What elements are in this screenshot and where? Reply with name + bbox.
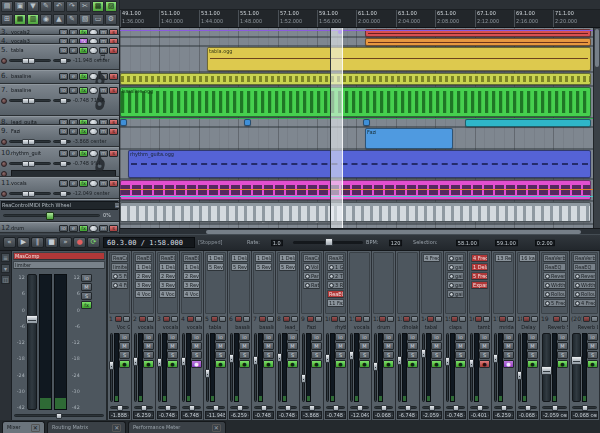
knob-icon[interactable] bbox=[305, 274, 310, 279]
param-knob-slot[interactable]: 5 FreqDel 60 bbox=[543, 299, 566, 307]
strip-fx-button[interactable]: ● bbox=[587, 360, 598, 368]
param-knob-slot[interactable]: gain 10 bbox=[447, 263, 464, 271]
strip-fader[interactable] bbox=[230, 333, 233, 402]
strip-pan-handle[interactable] bbox=[117, 405, 123, 411]
master-solo-button[interactable]: S bbox=[81, 292, 92, 300]
strip-solo-button[interactable]: S bbox=[215, 351, 226, 359]
param-knob-slot[interactable]: gain 6 bbox=[447, 281, 464, 289]
knob-icon[interactable] bbox=[545, 292, 550, 297]
selection-length[interactable]: 0:2.00 bbox=[535, 239, 555, 245]
selection-end[interactable]: 59.1.00 bbox=[495, 239, 518, 245]
strip-mute-button[interactable]: M bbox=[311, 342, 322, 350]
knob-icon[interactable] bbox=[329, 265, 334, 270]
strip-fader[interactable] bbox=[158, 333, 161, 402]
strip-record-arm-button[interactable] bbox=[331, 316, 338, 322]
track-fx-button[interactable]: fx bbox=[79, 73, 88, 80]
track-row-10[interactable]: 10.rhythm_guitioefxms-0.748 9%L bbox=[0, 147, 119, 177]
pan-handle[interactable] bbox=[60, 98, 67, 104]
strip-pan-slider[interactable] bbox=[326, 406, 345, 409]
play-button[interactable]: ▶ bbox=[17, 237, 30, 248]
track-record-monitor-button[interactable] bbox=[89, 225, 98, 232]
docker-tab-performance-meter[interactable]: Performance Meter✕ bbox=[128, 421, 225, 433]
param-knob-slot[interactable]: 1 Gain 2.2dB bbox=[327, 263, 344, 271]
strip-pan-handle[interactable] bbox=[501, 405, 507, 411]
vertical-scrollbar[interactable] bbox=[593, 28, 600, 228]
strip-fx-button[interactable]: ● bbox=[143, 360, 154, 368]
track-env-button[interactable]: e bbox=[69, 128, 78, 135]
strip-io-button[interactable]: io bbox=[503, 333, 514, 341]
time-selection[interactable] bbox=[330, 28, 343, 228]
track-pan-slider[interactable] bbox=[53, 59, 71, 62]
crossfade-icon[interactable]: ✂ bbox=[79, 1, 91, 12]
param-knob-slot[interactable]: Volume -0.01 bbox=[303, 263, 320, 271]
pause-button[interactable]: ∥ bbox=[31, 237, 44, 248]
strip-pan-handle[interactable] bbox=[477, 405, 483, 411]
pan-handle[interactable] bbox=[60, 191, 67, 197]
track-record-monitor-button[interactable] bbox=[89, 128, 98, 135]
close-icon[interactable]: ✕ bbox=[212, 424, 221, 432]
track-io-button[interactable]: io bbox=[59, 150, 68, 157]
strip-fader[interactable] bbox=[278, 333, 281, 402]
strip-mute-button[interactable]: M bbox=[383, 342, 394, 350]
strip-fx-button[interactable]: ● bbox=[119, 360, 130, 368]
strip-solo-button[interactable]: S bbox=[527, 351, 538, 359]
strip-phase-button[interactable] bbox=[123, 316, 130, 322]
strip-io-button[interactable]: io bbox=[383, 333, 394, 341]
strip-mute-button[interactable]: M bbox=[479, 342, 490, 350]
track-fx-button[interactable]: fx bbox=[79, 87, 88, 94]
strip-solo-button[interactable]: S bbox=[587, 351, 598, 359]
param-knob-slot[interactable]: 5 Freq 12dB bbox=[111, 272, 128, 280]
media-explorer-icon[interactable]: ▨ bbox=[105, 1, 117, 12]
param-knob-slot[interactable]: Ratio 0.0% bbox=[303, 281, 320, 289]
strip-pan-slider[interactable] bbox=[572, 406, 597, 409]
strip-fader[interactable] bbox=[422, 333, 425, 402]
track-record-monitor-button[interactable] bbox=[89, 47, 98, 54]
rate-value[interactable]: 1.0 bbox=[271, 239, 283, 245]
grid-lines-icon[interactable]: ▩ bbox=[92, 1, 104, 12]
strip-record-arm-button[interactable] bbox=[139, 316, 146, 322]
track-io-button[interactable]: io bbox=[59, 180, 68, 187]
knob-icon[interactable] bbox=[575, 274, 580, 279]
strip-mute-button[interactable]: M bbox=[335, 342, 346, 350]
record-arm-button[interactable] bbox=[1, 171, 7, 177]
param-knob-slot[interactable]: Rollout nothing bbox=[543, 290, 566, 298]
strip-pan-handle[interactable] bbox=[381, 405, 387, 411]
strip-solo-button[interactable]: S bbox=[557, 351, 568, 359]
strip-record-arm-button[interactable] bbox=[163, 316, 170, 322]
strip-pan-handle[interactable] bbox=[213, 405, 219, 411]
strip-record-arm-button[interactable] bbox=[379, 316, 386, 322]
envelope-mute-envelope[interactable] bbox=[120, 118, 593, 119]
track-io-button[interactable]: io bbox=[59, 73, 68, 80]
strip-fx-button[interactable]: ● bbox=[431, 360, 442, 368]
master-io-button[interactable]: io bbox=[81, 274, 92, 282]
strip-mute-button[interactable]: M bbox=[143, 342, 154, 350]
strip-fx-button[interactable]: ● bbox=[407, 360, 418, 368]
strip-fader[interactable] bbox=[470, 333, 473, 402]
track-env-button[interactable]: e bbox=[69, 150, 78, 157]
knob-icon[interactable] bbox=[449, 283, 454, 288]
strip-record-arm-button[interactable] bbox=[115, 316, 122, 322]
strip-fx-button[interactable]: ● bbox=[167, 360, 178, 368]
knob-icon[interactable] bbox=[545, 301, 550, 306]
plugin-slider-handle[interactable] bbox=[46, 212, 54, 220]
save-project-icon[interactable]: ▼ bbox=[27, 1, 39, 12]
strip-io-button[interactable]: io bbox=[407, 333, 418, 341]
plugin-param-slider[interactable] bbox=[3, 214, 100, 217]
strip-pan-slider[interactable] bbox=[542, 406, 567, 409]
track-solo-button[interactable]: s bbox=[109, 180, 118, 187]
param-knob-slot[interactable]: Pan 0.0% bbox=[303, 272, 320, 280]
strip-mute-button[interactable]: M bbox=[191, 342, 202, 350]
strip-fader[interactable] bbox=[518, 333, 521, 402]
knob-icon[interactable] bbox=[449, 265, 454, 270]
strip-pan-handle[interactable] bbox=[141, 405, 147, 411]
strip-io-button[interactable]: io bbox=[191, 333, 202, 341]
strip-mute-button[interactable]: M bbox=[167, 342, 178, 350]
stop-button[interactable]: ■ bbox=[45, 237, 58, 248]
strip-fx-button[interactable]: ● bbox=[215, 360, 226, 368]
track-row-9[interactable]: 9.Faziioefxms-3.868 center bbox=[0, 125, 119, 147]
strip-pan-slider[interactable] bbox=[518, 406, 537, 409]
strip-mute-button[interactable]: M bbox=[263, 342, 274, 350]
rate-slider[interactable] bbox=[293, 241, 363, 244]
param-knob-slot[interactable]: Rollout nothing bbox=[573, 290, 596, 298]
strip-mute-button[interactable]: M bbox=[407, 342, 418, 350]
